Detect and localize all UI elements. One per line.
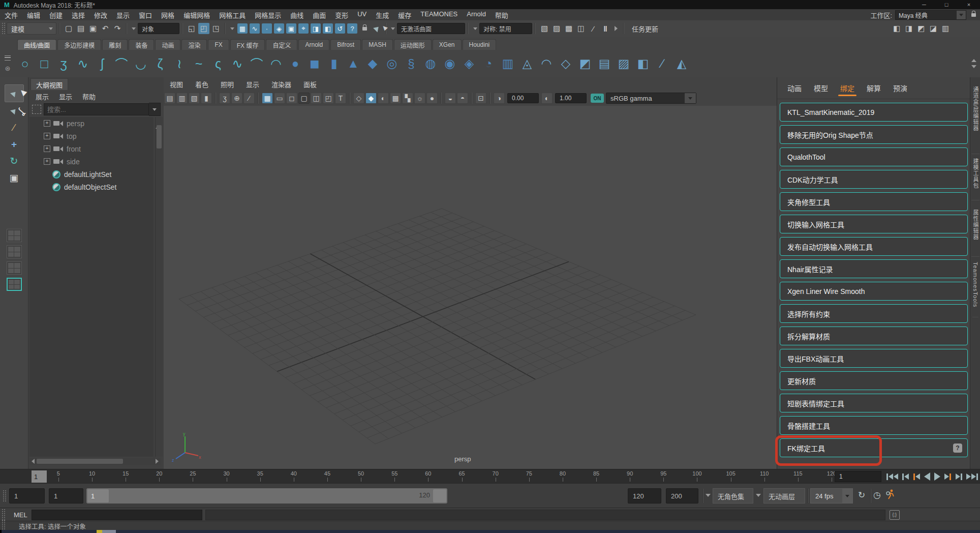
move-tool-button[interactable]: + (5, 136, 23, 153)
render-view-icon[interactable]: ▧ (539, 23, 550, 34)
lock-selection-icon[interactable] (359, 23, 370, 34)
tool-button[interactable]: QualothTool (780, 147, 968, 166)
tool-button[interactable]: 移除无用的Orig Shape节点 (780, 125, 968, 144)
arc-three-point-icon[interactable]: ⌒ (113, 54, 130, 73)
shelf-gear-icon[interactable]: ⊛ (5, 65, 11, 72)
tool-button[interactable]: FK绑定工具? (780, 438, 968, 457)
tool-button[interactable]: 更新材质 (780, 371, 968, 390)
viewport-panel[interactable]: 视图着色照明显示渲染器面板 ▤▥▧▮ʒ⊕∕▦▭◻▢◫◰T◇◆◐▩▚☼●◒◓⊡◑0… (164, 77, 777, 469)
shelf-tab-Arnold[interactable]: Arnold (298, 39, 329, 50)
menu-14[interactable]: UV (353, 10, 371, 20)
outliner-menu-1[interactable]: 显示 (54, 92, 77, 101)
birail-icon[interactable]: ▤ (596, 54, 613, 73)
xray-joints-icon[interactable]: ◓ (457, 93, 468, 104)
new-scene-icon[interactable]: ▢ (63, 23, 74, 34)
step-forward-frame-icon[interactable] (956, 473, 962, 480)
camera-name[interactable]: top (67, 132, 76, 140)
tree-row-camera[interactable]: +front (29, 142, 154, 155)
panel-tab-预演[interactable]: 预演 (888, 78, 912, 98)
camera-name[interactable]: side (67, 158, 80, 166)
playback-end-field[interactable]: 120 (628, 488, 661, 504)
shadows-icon[interactable]: ☼ (414, 93, 425, 104)
extrude-icon[interactable]: ◩ (576, 54, 594, 73)
textured-icon[interactable]: ▩ (390, 93, 401, 104)
poly-sphere-icon[interactable]: ● (287, 54, 304, 73)
menu-13[interactable]: 变形 (330, 10, 353, 20)
sidebar-tab-1[interactable]: 建模工具包 (971, 156, 979, 200)
snap-point-icon[interactable]: ∙ (262, 23, 272, 34)
pencil-curve-icon[interactable]: ʃ (94, 54, 111, 73)
poly-prism-icon[interactable]: ◈ (461, 54, 478, 73)
shelf-tab-MASH[interactable]: MASH (362, 39, 393, 50)
camera-name[interactable]: front (67, 145, 81, 153)
layout-persp-outliner-button[interactable] (7, 261, 22, 275)
toggle-panel-c-icon[interactable]: ◩ (915, 23, 927, 34)
sidebar-tab-0[interactable]: 通道盒/层编辑器 (971, 84, 979, 154)
chevron-down-icon[interactable] (706, 494, 711, 497)
film-gate-icon[interactable]: ▭ (274, 93, 285, 104)
tree-row-set[interactable]: defaultLightSet (29, 168, 154, 181)
shelf-tab-FX[interactable]: FX (208, 39, 229, 50)
outliner-horizontal-scrollbar[interactable] (29, 458, 161, 465)
resolution-gate-icon[interactable]: ◻ (286, 93, 297, 104)
range-slider[interactable]: 1 120 (86, 488, 447, 504)
outliner-vertical-scrollbar[interactable] (155, 117, 163, 457)
contrast-icon[interactable]: ◐ (541, 93, 553, 104)
layout-current-button[interactable] (7, 278, 22, 291)
insert-knot-icon[interactable]: ς (209, 54, 227, 73)
shaded-textured-icon[interactable]: ◐ (378, 93, 389, 104)
input-connection-icon[interactable]: ◨ (311, 23, 321, 34)
shelf-tab-动画[interactable]: 动画 (155, 39, 180, 50)
toggle-panel-a-icon[interactable]: ◧ (891, 23, 902, 34)
menu-9[interactable]: 网格工具 (215, 10, 250, 20)
menu-19[interactable]: 帮助 (491, 10, 513, 20)
poly-cone-icon[interactable]: ▲ (345, 54, 362, 73)
sidebar-tab-3[interactable]: TeamonesTools (972, 260, 978, 317)
snap-projected-center-icon[interactable]: ◈ (274, 23, 284, 34)
camera-icon[interactable]: ▤ (164, 93, 175, 104)
symmetry-field[interactable]: 对称: 禁用 (479, 23, 532, 34)
ao-icon[interactable]: ● (426, 93, 438, 104)
isolate-select-icon[interactable]: ⊡ (475, 93, 486, 104)
grease-pencil-icon[interactable]: ʒ (219, 93, 230, 104)
safe-action-icon[interactable]: ◰ (323, 93, 334, 104)
chevron-down-icon[interactable] (473, 27, 477, 30)
poly-gear-icon[interactable]: ▥ (499, 54, 516, 73)
output-connection-icon[interactable]: ◧ (323, 23, 333, 34)
time-slider[interactable]: 1 51015202530354045505560657075808590951… (0, 469, 980, 484)
help-badge-icon[interactable]: ? (953, 443, 962, 453)
expand-icon[interactable]: + (44, 158, 50, 165)
panel-tab-模型[interactable]: 模型 (809, 78, 833, 98)
boundary-icon[interactable]: ▨ (615, 54, 632, 73)
drag-grip[interactable] (2, 22, 5, 35)
tree-row-set[interactable]: defaultObjectSet (29, 181, 154, 193)
expand-icon[interactable]: + (44, 120, 50, 127)
menu-6[interactable]: 窗口 (134, 10, 157, 20)
scale-tool-button[interactable]: ▣ (5, 169, 23, 186)
play-forwards-icon[interactable] (934, 472, 940, 481)
step-back-frame-icon[interactable] (902, 473, 909, 480)
hypershade-icon[interactable]: ◫ (575, 23, 587, 34)
search-input[interactable] (44, 103, 149, 115)
nurbs-circle-icon[interactable]: ○ (16, 54, 34, 73)
poly-cylinder-icon[interactable]: ▮ (325, 54, 343, 73)
shelf-tab-曲线/曲面[interactable]: 曲线/曲面 (17, 39, 56, 50)
maximize-button[interactable]: □ (935, 0, 958, 9)
detach-curve-icon[interactable]: ~ (190, 54, 207, 73)
viewport-menu-1[interactable]: 着色 (189, 79, 215, 89)
active-surface-field[interactable]: 无激活曲面 (397, 23, 465, 34)
poly-plane-icon[interactable]: ◍ (422, 54, 439, 73)
shelf-tab-Bifrost[interactable]: Bifrost (330, 39, 361, 50)
command-input[interactable] (32, 510, 202, 520)
animation-end-field[interactable]: 200 (666, 488, 698, 504)
snap-curve-icon[interactable]: ∿ (250, 23, 260, 34)
viewport-menu-4[interactable]: 渲染器 (265, 79, 297, 89)
poly-torus-icon[interactable]: ◎ (383, 54, 401, 73)
menu-16[interactable]: 缓存 (393, 10, 416, 20)
tool-button[interactable]: 骨骼搭建工具 (780, 416, 968, 435)
tool-button[interactable]: 发布自动切换输入网格工具 (780, 237, 968, 256)
grid-toggle-icon[interactable]: ▦ (262, 93, 273, 104)
menu-7[interactable]: 网格 (157, 10, 179, 20)
menu-10[interactable]: 网格显示 (250, 10, 286, 20)
wireframe-icon[interactable]: ◇ (353, 93, 364, 104)
